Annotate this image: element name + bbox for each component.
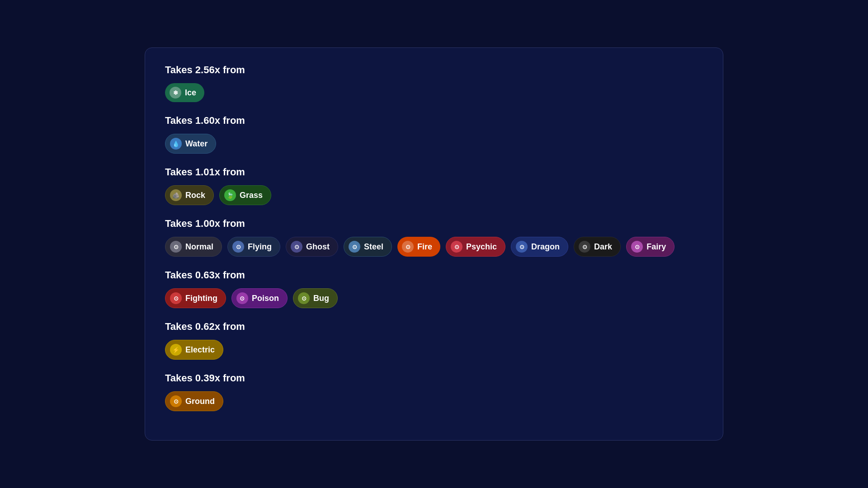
badge-fighting[interactable]: ⊙Fighting (165, 288, 226, 308)
fire-icon: ⊙ (402, 241, 414, 253)
badge-psychic[interactable]: ⊙Psychic (446, 237, 505, 257)
badges-2_56x: ❄Ice (165, 83, 703, 102)
section-title-0_62x: Takes 0.62x from (165, 321, 703, 333)
electric-icon: ⚡ (170, 344, 182, 356)
section-title-0_39x: Takes 0.39x from (165, 372, 703, 384)
section-0_63x: Takes 0.63x from⊙Fighting⊙Poison⊙Bug (165, 269, 703, 308)
steel-label: Steel (364, 242, 383, 252)
normal-label: Normal (185, 242, 213, 252)
fighting-icon: ⊙ (170, 292, 182, 304)
rock-label: Rock (185, 191, 205, 200)
badges-0_39x: ⊙Ground (165, 391, 703, 411)
ice-icon: ❄ (170, 87, 181, 99)
section-title-1_00x: Takes 1.00x from (165, 218, 703, 230)
type-effectiveness-card: Takes 2.56x from❄IceTakes 1.60x from💧Wat… (145, 47, 723, 441)
ground-icon: ⊙ (170, 395, 182, 407)
badges-1_01x: 🪨Rock🍃Grass (165, 185, 703, 205)
badge-normal[interactable]: ⊙Normal (165, 237, 222, 257)
badge-dark[interactable]: ⊙Dark (574, 237, 621, 257)
water-label: Water (185, 139, 208, 149)
normal-icon: ⊙ (170, 241, 182, 253)
grass-label: Grass (240, 191, 263, 200)
badge-ghost[interactable]: ⊙Ghost (286, 237, 338, 257)
badges-0_62x: ⚡Electric (165, 340, 703, 360)
badges-1_60x: 💧Water (165, 134, 703, 154)
fire-label: Fire (417, 242, 432, 252)
badge-grass[interactable]: 🍃Grass (219, 185, 271, 205)
flying-icon: ⊙ (232, 241, 244, 253)
poison-icon: ⊙ (236, 292, 248, 304)
psychic-label: Psychic (466, 242, 497, 252)
fairy-label: Fairy (646, 242, 666, 252)
rock-icon: 🪨 (170, 189, 182, 201)
badge-ice[interactable]: ❄Ice (165, 83, 204, 102)
badge-electric[interactable]: ⚡Electric (165, 340, 223, 360)
badge-rock[interactable]: 🪨Rock (165, 185, 214, 205)
bug-icon: ⊙ (298, 292, 310, 304)
fighting-label: Fighting (185, 294, 217, 303)
flying-label: Flying (248, 242, 272, 252)
badge-poison[interactable]: ⊙Poison (231, 288, 288, 308)
ghost-label: Ghost (306, 242, 330, 252)
section-2_56x: Takes 2.56x from❄Ice (165, 64, 703, 102)
bug-label: Bug (313, 294, 329, 303)
section-title-1_01x: Takes 1.01x from (165, 166, 703, 178)
dark-label: Dark (594, 242, 612, 252)
dark-icon: ⊙ (579, 241, 590, 253)
section-0_62x: Takes 0.62x from⚡Electric (165, 321, 703, 360)
section-title-1_60x: Takes 1.60x from (165, 115, 703, 127)
steel-icon: ⊙ (349, 241, 360, 253)
ground-label: Ground (185, 397, 215, 406)
water-icon: 💧 (170, 138, 182, 150)
section-1_00x: Takes 1.00x from⊙Normal⊙Flying⊙Ghost⊙Ste… (165, 218, 703, 257)
badge-ground[interactable]: ⊙Ground (165, 391, 223, 411)
badge-fairy[interactable]: ⊙Fairy (626, 237, 675, 257)
section-0_39x: Takes 0.39x from⊙Ground (165, 372, 703, 411)
fairy-icon: ⊙ (631, 241, 643, 253)
section-title-2_56x: Takes 2.56x from (165, 64, 703, 76)
poison-label: Poison (252, 294, 279, 303)
section-title-0_63x: Takes 0.63x from (165, 269, 703, 281)
badge-bug[interactable]: ⊙Bug (293, 288, 338, 308)
badge-water[interactable]: 💧Water (165, 134, 216, 154)
badges-0_63x: ⊙Fighting⊙Poison⊙Bug (165, 288, 703, 308)
section-1_01x: Takes 1.01x from🪨Rock🍃Grass (165, 166, 703, 205)
grass-icon: 🍃 (224, 189, 236, 201)
badge-fire[interactable]: ⊙Fire (397, 237, 440, 257)
badges-1_00x: ⊙Normal⊙Flying⊙Ghost⊙Steel⊙Fire⊙Psychic⊙… (165, 237, 703, 257)
badge-dragon[interactable]: ⊙Dragon (511, 237, 568, 257)
psychic-icon: ⊙ (451, 241, 462, 253)
ice-label: Ice (185, 88, 196, 98)
dragon-label: Dragon (531, 242, 560, 252)
dragon-icon: ⊙ (516, 241, 528, 253)
ghost-icon: ⊙ (291, 241, 302, 253)
electric-label: Electric (185, 345, 215, 355)
badge-flying[interactable]: ⊙Flying (227, 237, 280, 257)
badge-steel[interactable]: ⊙Steel (344, 237, 392, 257)
section-1_60x: Takes 1.60x from💧Water (165, 115, 703, 154)
